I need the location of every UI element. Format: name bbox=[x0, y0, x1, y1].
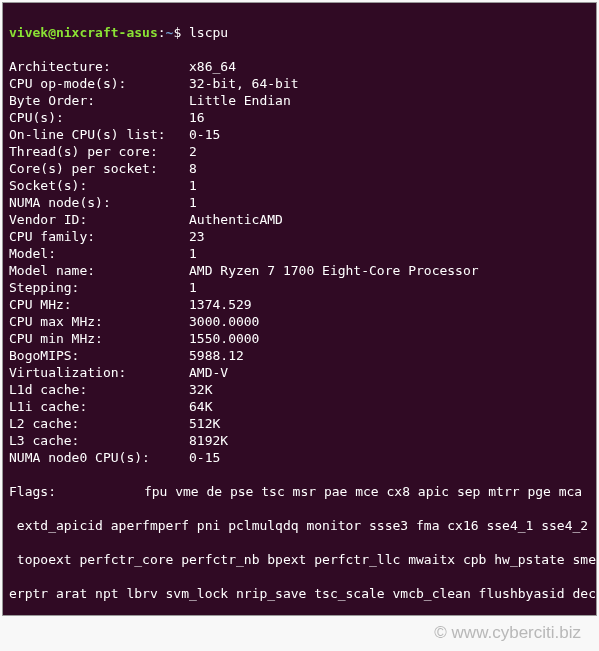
lscpu-label: Architecture: bbox=[9, 58, 189, 75]
flags-line-3: topoext perfctr_core perfctr_nb bpext pe… bbox=[9, 551, 590, 568]
lscpu-label: Thread(s) per core: bbox=[9, 143, 189, 160]
lscpu-row: Core(s) per socket:8 bbox=[9, 160, 590, 177]
lscpu-label: BogoMIPS: bbox=[9, 347, 189, 364]
lscpu-row: L2 cache:512K bbox=[9, 415, 590, 432]
lscpu-label: Model: bbox=[9, 245, 189, 262]
lscpu-row: CPU min MHz:1550.0000 bbox=[9, 330, 590, 347]
prompt-at: @ bbox=[48, 25, 56, 40]
lscpu-value: 1 bbox=[189, 177, 197, 194]
lscpu-value: 23 bbox=[189, 228, 205, 245]
lscpu-value: AMD-V bbox=[189, 364, 228, 381]
lscpu-value: 32-bit, 64-bit bbox=[189, 75, 299, 92]
prompt-line-1: vivek@nixcraft-asus:~$ lscpu bbox=[9, 24, 590, 41]
lscpu-row: Byte Order:Little Endian bbox=[9, 92, 590, 109]
lscpu-row: CPU family:23 bbox=[9, 228, 590, 245]
lscpu-row: L3 cache:8192K bbox=[9, 432, 590, 449]
lscpu-value: 0-15 bbox=[189, 449, 220, 466]
prompt-host: nixcraft-asus bbox=[56, 25, 158, 40]
flags-line-2: extd_apicid aperfmperf pni pclmulqdq mon… bbox=[9, 517, 590, 534]
lscpu-label: CPU op-mode(s): bbox=[9, 75, 189, 92]
lscpu-row: CPU max MHz:3000.0000 bbox=[9, 313, 590, 330]
lscpu-value: 32K bbox=[189, 381, 212, 398]
prompt-colon: : bbox=[158, 25, 166, 40]
lscpu-label: CPU max MHz: bbox=[9, 313, 189, 330]
lscpu-output: Architecture:x86_64CPU op-mode(s):32-bit… bbox=[9, 58, 590, 466]
lscpu-row: NUMA node0 CPU(s):0-15 bbox=[9, 449, 590, 466]
lscpu-value: Little Endian bbox=[189, 92, 291, 109]
command-1: lscpu bbox=[189, 25, 228, 40]
lscpu-value: AuthenticAMD bbox=[189, 211, 283, 228]
lscpu-label: L1d cache: bbox=[9, 381, 189, 398]
lscpu-value: 8192K bbox=[189, 432, 228, 449]
lscpu-label: Socket(s): bbox=[9, 177, 189, 194]
lscpu-row: Model:1 bbox=[9, 245, 590, 262]
lscpu-row: Model name:AMD Ryzen 7 1700 Eight-Core P… bbox=[9, 262, 590, 279]
lscpu-row: L1d cache:32K bbox=[9, 381, 590, 398]
lscpu-value: x86_64 bbox=[189, 58, 236, 75]
lscpu-value: 2 bbox=[189, 143, 197, 160]
lscpu-label: L3 cache: bbox=[9, 432, 189, 449]
lscpu-label: NUMA node0 CPU(s): bbox=[9, 449, 189, 466]
lscpu-row: NUMA node(s):1 bbox=[9, 194, 590, 211]
flags-label: Flags: bbox=[9, 483, 144, 500]
flags-value-1: fpu vme de pse tsc msr pae mce cx8 apic … bbox=[144, 483, 590, 500]
lscpu-label: Virtualization: bbox=[9, 364, 189, 381]
lscpu-value: AMD Ryzen 7 1700 Eight-Core Processor bbox=[189, 262, 479, 279]
lscpu-row: On-line CPU(s) list:0-15 bbox=[9, 126, 590, 143]
lscpu-row: CPU(s):16 bbox=[9, 109, 590, 126]
lscpu-value: 1374.529 bbox=[189, 296, 252, 313]
lscpu-label: CPU(s): bbox=[9, 109, 189, 126]
lscpu-row: L1i cache:64K bbox=[9, 398, 590, 415]
flags-line-4: erptr arat npt lbrv svm_lock nrip_save t… bbox=[9, 585, 590, 602]
lscpu-label: Stepping: bbox=[9, 279, 189, 296]
watermark-text: © www.cyberciti.biz bbox=[434, 623, 581, 643]
lscpu-row: Thread(s) per core:2 bbox=[9, 143, 590, 160]
lscpu-value: 512K bbox=[189, 415, 220, 432]
lscpu-row: Vendor ID:AuthenticAMD bbox=[9, 211, 590, 228]
lscpu-value: 0-15 bbox=[189, 126, 220, 143]
lscpu-label: CPU MHz: bbox=[9, 296, 189, 313]
lscpu-label: CPU min MHz: bbox=[9, 330, 189, 347]
lscpu-row: BogoMIPS:5988.12 bbox=[9, 347, 590, 364]
lscpu-label: Vendor ID: bbox=[9, 211, 189, 228]
lscpu-value: 1 bbox=[189, 245, 197, 262]
lscpu-row: CPU MHz:1374.529 bbox=[9, 296, 590, 313]
lscpu-value: 64K bbox=[189, 398, 212, 415]
lscpu-row: Virtualization:AMD-V bbox=[9, 364, 590, 381]
lscpu-value: 1 bbox=[189, 194, 197, 211]
lscpu-label: L2 cache: bbox=[9, 415, 189, 432]
lscpu-label: On-line CPU(s) list: bbox=[9, 126, 189, 143]
lscpu-value: 8 bbox=[189, 160, 197, 177]
lscpu-value: 3000.0000 bbox=[189, 313, 259, 330]
lscpu-row: Socket(s):1 bbox=[9, 177, 590, 194]
lscpu-row: Architecture:x86_64 bbox=[9, 58, 590, 75]
terminal-window[interactable]: vivek@nixcraft-asus:~$ lscpu Architectur… bbox=[2, 2, 597, 616]
lscpu-label: Byte Order: bbox=[9, 92, 189, 109]
lscpu-label: Model name: bbox=[9, 262, 189, 279]
lscpu-row: CPU op-mode(s):32-bit, 64-bit bbox=[9, 75, 590, 92]
lscpu-label: CPU family: bbox=[9, 228, 189, 245]
lscpu-label: L1i cache: bbox=[9, 398, 189, 415]
lscpu-label: NUMA node(s): bbox=[9, 194, 189, 211]
prompt-user: vivek bbox=[9, 25, 48, 40]
lscpu-value: 1 bbox=[189, 279, 197, 296]
lscpu-label: Core(s) per socket: bbox=[9, 160, 189, 177]
prompt-dollar: $ bbox=[173, 25, 181, 40]
lscpu-value: 16 bbox=[189, 109, 205, 126]
flags-row: Flags:fpu vme de pse tsc msr pae mce cx8… bbox=[9, 483, 590, 500]
lscpu-value: 5988.12 bbox=[189, 347, 244, 364]
lscpu-value: 1550.0000 bbox=[189, 330, 259, 347]
lscpu-row: Stepping:1 bbox=[9, 279, 590, 296]
